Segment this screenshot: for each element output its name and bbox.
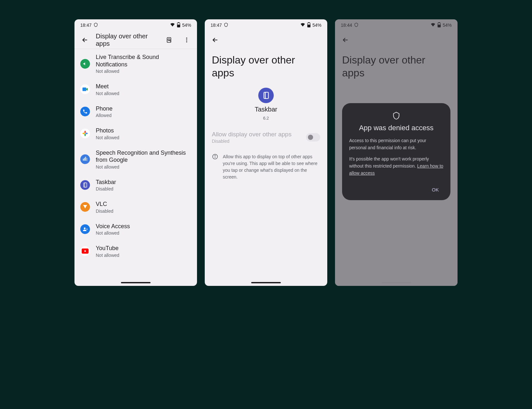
app-bar — [205, 31, 327, 49]
back-button[interactable] — [78, 34, 91, 46]
app-status-label: Disabled — [96, 209, 191, 214]
svg-rect-21 — [308, 25, 310, 27]
app-name-label: YouTube — [96, 245, 191, 252]
svg-rect-23 — [265, 92, 269, 99]
privacy-shield-icon — [349, 112, 443, 120]
toggle-status: Disabled — [212, 139, 306, 144]
svg-point-17 — [84, 227, 85, 229]
app-name-label: Taskbar — [96, 179, 191, 186]
status-bar: 18:47 54% — [74, 19, 197, 31]
page-title: Display over other apps — [205, 49, 327, 88]
screen-app-list: 18:47 54% Display over other apps — [74, 19, 197, 286]
app-icon — [80, 180, 90, 190]
app-row[interactable]: Voice Access Not allowed — [74, 218, 197, 240]
app-status-label: Disabled — [96, 186, 191, 191]
app-row[interactable]: Photos Not allowed — [74, 122, 197, 145]
dialog-title: App was denied access — [349, 124, 443, 132]
svg-rect-14 — [87, 160, 87, 161]
battery-percent: 54% — [312, 23, 321, 28]
dialog-body-2: It's possible the app won't work properl… — [349, 156, 443, 177]
info-text: Allow this app to display on top of othe… — [223, 153, 320, 180]
app-name-label: Voice Access — [96, 223, 191, 230]
nav-indicator — [251, 282, 281, 283]
svg-rect-29 — [438, 25, 440, 27]
overflow-button[interactable] — [180, 34, 193, 46]
info-row: Allow this app to display on top of othe… — [205, 148, 327, 186]
svg-rect-2 — [177, 25, 180, 27]
nav-indicator — [121, 282, 151, 283]
svg-point-7 — [186, 41, 187, 42]
svg-rect-20 — [308, 22, 309, 23]
denied-dialog: App was denied access Access to this per… — [342, 103, 450, 200]
app-icon — [80, 154, 90, 164]
svg-point-26 — [215, 155, 215, 156]
app-header: Taskbar 6.2 — [205, 88, 327, 127]
battery-icon — [438, 22, 441, 28]
app-list[interactable]: Live Transcribe & Sound Notifications No… — [74, 49, 197, 286]
app-icon — [80, 246, 90, 256]
toggle-switch[interactable] — [306, 133, 320, 141]
status-time: 18:47 — [80, 23, 92, 28]
nav-indicator — [381, 282, 411, 283]
back-button[interactable] — [339, 34, 352, 46]
page-title: Display over other apps — [96, 33, 158, 47]
battery-percent: 54% — [182, 23, 191, 28]
app-bar — [335, 31, 458, 49]
taskbar-app-icon — [258, 88, 274, 103]
wifi-icon — [300, 22, 305, 28]
app-icon — [80, 224, 90, 234]
app-row[interactable]: Live Transcribe & Sound Notifications No… — [74, 49, 197, 78]
app-status-label: Not allowed — [96, 253, 191, 258]
svg-rect-3 — [167, 37, 171, 42]
app-name-label: VLC — [96, 200, 191, 208]
back-button[interactable] — [209, 34, 222, 46]
page-title: Display over other apps — [335, 49, 458, 88]
app-row[interactable]: Meet Not allowed — [74, 78, 197, 101]
svg-point-5 — [186, 37, 187, 38]
battery-icon — [177, 22, 180, 28]
app-name-label: Photos — [96, 127, 191, 134]
wifi-icon — [430, 22, 436, 28]
app-icon — [80, 202, 90, 212]
app-row[interactable]: Taskbar Disabled — [74, 174, 197, 196]
app-icon — [80, 84, 90, 94]
permission-toggle-row[interactable]: Allow display over other apps Disabled — [205, 127, 327, 148]
app-icon — [80, 129, 90, 138]
ok-button[interactable]: OK — [427, 184, 443, 196]
svg-rect-28 — [438, 22, 439, 23]
shield-icon — [354, 23, 359, 28]
wifi-icon — [170, 22, 175, 28]
app-row[interactable]: YouTube Not allowed — [74, 240, 197, 262]
app-row[interactable]: VLC Disabled — [74, 196, 197, 218]
app-status-label: Not allowed — [96, 69, 191, 74]
app-status-label: Not allowed — [96, 135, 191, 140]
dialog-body-1: Access to this permission can put your p… — [349, 137, 443, 151]
status-time: 18:44 — [341, 23, 352, 28]
status-bar: 18:44 54% — [335, 19, 458, 31]
search-button[interactable] — [163, 34, 176, 46]
battery-icon — [307, 22, 310, 28]
shield-icon — [224, 23, 228, 28]
app-row[interactable]: Speech Recognition and Synthesis from Go… — [74, 145, 197, 174]
battery-percent: 54% — [443, 23, 452, 28]
app-bar: Display over other apps — [74, 31, 197, 49]
app-row[interactable]: Phone Allowed — [74, 101, 197, 123]
app-status-label: Not allowed — [96, 230, 191, 236]
app-status-label: Not allowed — [96, 91, 191, 96]
info-icon — [212, 153, 218, 161]
svg-rect-1 — [178, 22, 179, 23]
svg-point-4 — [168, 39, 170, 41]
app-icon — [80, 59, 90, 69]
svg-rect-16 — [85, 183, 87, 187]
app-name: Taskbar — [255, 106, 277, 113]
app-version: 6.2 — [263, 116, 269, 121]
app-icon — [80, 107, 90, 116]
status-time: 18:47 — [211, 23, 222, 28]
app-name-label: Phone — [96, 105, 191, 112]
app-name-label: Speech Recognition and Synthesis from Go… — [96, 149, 191, 164]
shield-icon — [94, 23, 98, 28]
screen-app-detail: 18:47 54% Display over other apps Taskba… — [205, 19, 327, 286]
svg-rect-11 — [85, 157, 86, 161]
app-status-label: Allowed — [96, 113, 191, 118]
svg-rect-9 — [83, 159, 84, 161]
